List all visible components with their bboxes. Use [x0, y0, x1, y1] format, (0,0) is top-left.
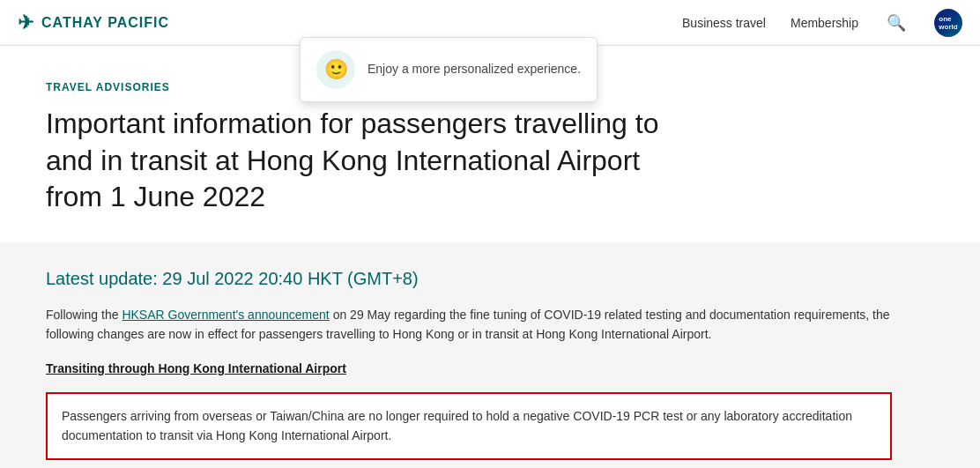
tooltip-text: Enjoy a more personalized experience.: [368, 61, 581, 78]
gray-section: Latest update: 29 Jul 2022 20:40 HKT (GM…: [0, 242, 980, 468]
nav-item-business-travel[interactable]: Business travel: [682, 16, 766, 30]
logo-text: CATHAY PACIFIC: [41, 15, 169, 31]
transiting-link-paragraph: Transiting through Hong Kong Internation…: [46, 359, 892, 378]
logo: ✈ CATHAY PACIFIC: [18, 11, 169, 34]
personalization-tooltip: 🙂 Enjoy a more personalized experience.: [300, 37, 598, 102]
page-title: Important information for passengers tra…: [46, 106, 663, 216]
search-icon: 🔍: [887, 14, 906, 32]
main-nav: Business travel Membership 🔍 oneworld: [682, 9, 962, 37]
person-icon-symbol: 🙂: [324, 58, 348, 81]
hksar-link[interactable]: HKSAR Government's announcement: [122, 308, 329, 322]
logo-bird-icon: ✈: [18, 11, 34, 34]
intro-text-before-link: Following the: [46, 308, 122, 322]
oneworld-badge[interactable]: oneworld: [934, 9, 962, 37]
header: ✈ CATHAY PACIFIC 🙂 Enjoy a more personal…: [0, 0, 980, 46]
search-button[interactable]: 🔍: [883, 13, 909, 33]
highlighted-info-box: Passengers arriving from overseas or Tai…: [46, 392, 892, 460]
oneworld-text: oneworld: [939, 15, 957, 31]
nav-item-membership[interactable]: Membership: [791, 16, 858, 30]
highlighted-text: Passengers arriving from overseas or Tai…: [62, 406, 876, 446]
transiting-link[interactable]: Transiting through Hong Kong Internation…: [46, 361, 346, 375]
latest-update: Latest update: 29 Jul 2022 20:40 HKT (GM…: [46, 269, 934, 289]
intro-paragraph: Following the HKSAR Government's announc…: [46, 305, 892, 345]
person-icon: 🙂: [316, 50, 355, 89]
